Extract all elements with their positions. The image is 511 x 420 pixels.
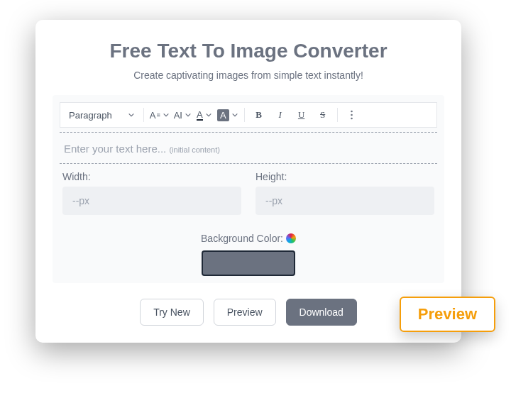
kebab-icon <box>351 110 353 120</box>
italic-button[interactable]: I <box>272 106 289 123</box>
font-size-button[interactable]: A≡ <box>150 106 170 123</box>
chevron-down-icon <box>231 110 238 121</box>
editor-toolbar: Paragraph A≡ AI A A B I <box>60 102 437 128</box>
editor-area: Paragraph A≡ AI A A B I <box>53 95 444 283</box>
try-new-button[interactable]: Try New <box>140 299 204 326</box>
chevron-down-icon <box>128 110 135 121</box>
bold-button[interactable]: B <box>251 106 268 123</box>
color-swatch[interactable] <box>202 250 295 276</box>
dashed-divider <box>60 163 437 164</box>
highlight-button[interactable]: A <box>217 106 238 123</box>
preview-button[interactable]: Preview <box>214 299 276 326</box>
color-wheel-icon <box>286 233 296 243</box>
editor-placeholder: Enter your text here... <box>64 143 166 155</box>
page-title: Free Text To Image Converter <box>53 40 444 62</box>
divider <box>143 108 144 122</box>
editor-hint: (initial content) <box>169 145 220 154</box>
text-input-area[interactable]: Enter your text here... (initial content… <box>60 133 437 163</box>
divider <box>244 108 245 122</box>
underline-button[interactable]: U <box>293 106 310 123</box>
block-format-label: Paragraph <box>69 110 112 121</box>
chevron-down-icon <box>185 110 192 121</box>
background-color-row: Background Color: <box>60 232 437 276</box>
dimensions-row: Width: Height: <box>60 171 437 215</box>
block-format-select[interactable]: Paragraph <box>66 109 138 122</box>
svg-point-2 <box>351 118 353 120</box>
background-color-label: Background Color: <box>201 233 296 244</box>
width-input[interactable] <box>62 187 241 215</box>
letter-case-button[interactable]: AI <box>174 106 192 123</box>
chevron-down-icon <box>163 110 170 121</box>
svg-point-1 <box>351 114 353 116</box>
subtitle: Create captivating images from simple te… <box>53 70 444 81</box>
strikethrough-button[interactable]: S <box>314 106 331 123</box>
chevron-down-icon <box>205 110 212 121</box>
download-button[interactable]: Download <box>286 299 357 326</box>
width-label: Width: <box>62 171 241 182</box>
more-options-button[interactable] <box>344 106 361 123</box>
svg-point-0 <box>351 111 353 113</box>
height-column: Height: <box>256 171 434 215</box>
converter-card: Free Text To Image Converter Create capt… <box>35 20 461 343</box>
button-row: Try New Preview Download <box>53 299 444 326</box>
height-label: Height: <box>256 171 434 182</box>
width-column: Width: <box>62 171 241 215</box>
preview-badge: Preview <box>400 297 495 332</box>
divider <box>337 108 338 122</box>
font-color-button[interactable]: A <box>196 106 213 123</box>
height-input[interactable] <box>256 187 434 215</box>
